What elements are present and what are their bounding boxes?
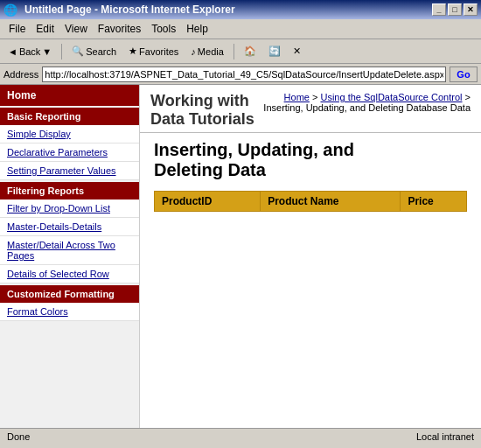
breadcrumb-current: Inserting, Updating, and Deleting Databa…	[263, 102, 471, 113]
media-button[interactable]: ♪ Media	[186, 42, 227, 61]
media-icon: ♪	[191, 46, 196, 57]
menu-bar: File Edit View Favorites Tools Help	[0, 19, 481, 39]
breadcrumb-sqldatasource[interactable]: Using the SqlDataSource Control	[320, 92, 462, 102]
page-title: Inserting, Updating, andDeleting Data	[154, 140, 467, 180]
sidebar-section-basic-reporting: Basic Reporting	[0, 108, 139, 125]
sidebar-item-declarative-parameters[interactable]: Declarative Parameters	[0, 144, 139, 162]
sidebar-item-details-selected-row[interactable]: Details of Selected Row	[0, 265, 139, 284]
column-header-productid: ProductID	[155, 192, 261, 212]
status-bar: Done Local intranet	[0, 428, 481, 444]
toolbar-separator-2	[234, 44, 234, 60]
sidebar-section-filtering-reports: Filtering Reports	[0, 182, 139, 200]
favorites-icon: ★	[129, 46, 137, 57]
main-inner: Inserting, Updating, andDeleting Data Pr…	[140, 133, 481, 219]
content-area: Home Basic Reporting Simple Display Decl…	[0, 85, 481, 428]
status-zone: Local intranet	[416, 431, 474, 442]
sidebar-home[interactable]: Home	[0, 85, 139, 106]
page-header-row: Working with Data Tutorials Home > Using…	[140, 85, 481, 133]
column-header-price: Price	[401, 192, 467, 212]
sidebar-item-simple-display[interactable]: Simple Display	[0, 125, 139, 144]
go-button[interactable]: Go	[450, 66, 478, 82]
back-label: Back	[19, 46, 40, 57]
address-input[interactable]	[42, 66, 446, 82]
sidebar-item-format-colors[interactable]: Format Colors	[0, 303, 139, 321]
maximize-button[interactable]: □	[448, 4, 462, 16]
window-controls: _ □ ✕	[432, 4, 478, 16]
menu-favorites[interactable]: Favorites	[93, 21, 146, 37]
title-bar: 🌐 Untitled Page - Microsoft Internet Exp…	[0, 0, 481, 19]
main-area: Working with Data Tutorials Home > Using…	[140, 85, 481, 428]
sidebar-item-master-details[interactable]: Master-Details-Details	[0, 218, 139, 236]
sidebar-item-setting-parameter-values[interactable]: Setting Parameter Values	[0, 162, 139, 180]
sidebar-section-customized-formatting: Customized Formatting	[0, 285, 139, 303]
menu-edit[interactable]: Edit	[31, 21, 59, 37]
address-label: Address	[3, 69, 38, 80]
menu-help[interactable]: Help	[181, 21, 213, 37]
search-label: Search	[86, 46, 116, 57]
breadcrumb-sep2: >	[465, 92, 471, 102]
window-title: Untitled Page - Microsoft Internet Explo…	[21, 4, 432, 16]
favorites-label: Favorites	[139, 46, 178, 57]
media-label: Media	[198, 46, 224, 57]
home-button[interactable]: 🏠	[240, 42, 261, 61]
close-button[interactable]: ✕	[464, 4, 478, 16]
minimize-button[interactable]: _	[432, 4, 446, 16]
refresh-button[interactable]: 🔄	[264, 42, 285, 61]
back-dropdown-icon[interactable]: ▼	[42, 46, 52, 57]
favorites-button[interactable]: ★ Favorites	[124, 42, 183, 61]
menu-tools[interactable]: Tools	[146, 21, 181, 37]
status-text: Done	[7, 431, 30, 442]
sidebar-item-filter-dropdown[interactable]: Filter by Drop-Down List	[0, 200, 139, 218]
stop-button[interactable]: ✕	[289, 42, 305, 61]
search-button[interactable]: 🔍 Search	[67, 42, 121, 61]
sidebar-item-master-detail-two-pages[interactable]: Master/Detail Across Two Pages	[0, 236, 139, 265]
column-header-productname: Product Name	[261, 192, 401, 212]
site-title: Working with Data Tutorials	[150, 92, 260, 129]
back-button[interactable]: ◄ Back ▼	[3, 42, 56, 61]
address-bar: Address Go	[0, 64, 481, 85]
toolbar: ◄ Back ▼ 🔍 Search ★ Favorites ♪ Media 🏠 …	[0, 39, 481, 64]
back-arrow-icon: ◄	[8, 46, 17, 57]
ie-icon: 🌐	[3, 4, 17, 17]
search-icon: 🔍	[72, 46, 84, 57]
sidebar: Home Basic Reporting Simple Display Decl…	[0, 85, 140, 428]
menu-view[interactable]: View	[59, 21, 93, 37]
toolbar-separator-1	[61, 44, 62, 60]
products-table: ProductID Product Name Price	[154, 191, 467, 212]
menu-file[interactable]: File	[3, 21, 31, 37]
breadcrumb: Home > Using the SqlDataSource Control >…	[260, 92, 471, 113]
breadcrumb-home[interactable]: Home	[284, 92, 310, 102]
